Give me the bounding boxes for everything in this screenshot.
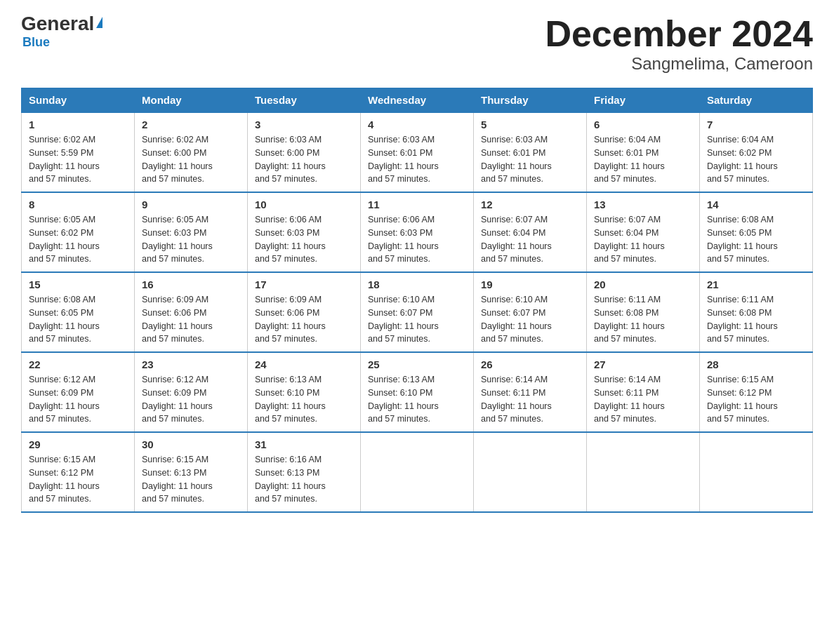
calendar-day-cell: 2 Sunrise: 6:02 AMSunset: 6:00 PMDayligh… xyxy=(135,112,248,192)
calendar-day-cell: 29 Sunrise: 6:15 AMSunset: 6:12 PMDaylig… xyxy=(22,432,135,512)
day-number: 19 xyxy=(481,279,579,290)
day-info: Sunrise: 6:07 AMSunset: 6:04 PMDaylight:… xyxy=(594,215,665,264)
day-info: Sunrise: 6:10 AMSunset: 6:07 PMDaylight:… xyxy=(368,295,439,344)
calendar-day-cell xyxy=(474,432,587,512)
day-info: Sunrise: 6:03 AMSunset: 6:01 PMDaylight:… xyxy=(368,135,439,184)
day-number: 3 xyxy=(255,119,353,130)
day-number: 24 xyxy=(255,358,353,370)
day-number: 18 xyxy=(368,279,466,290)
day-number: 16 xyxy=(142,279,240,290)
calendar-day-cell xyxy=(587,432,700,512)
calendar-day-cell: 6 Sunrise: 6:04 AMSunset: 6:01 PMDayligh… xyxy=(587,112,700,192)
logo-blue: Blue xyxy=(21,35,50,50)
calendar-day-cell: 4 Sunrise: 6:03 AMSunset: 6:01 PMDayligh… xyxy=(361,112,474,192)
day-info: Sunrise: 6:08 AMSunset: 6:05 PMDaylight:… xyxy=(707,215,778,264)
calendar-day-cell: 22 Sunrise: 6:12 AMSunset: 6:09 PMDaylig… xyxy=(22,352,135,432)
day-info: Sunrise: 6:10 AMSunset: 6:07 PMDaylight:… xyxy=(481,295,552,344)
day-info: Sunrise: 6:09 AMSunset: 6:06 PMDaylight:… xyxy=(142,295,213,344)
calendar-day-cell xyxy=(361,432,474,512)
calendar-day-cell: 11 Sunrise: 6:06 AMSunset: 6:03 PMDaylig… xyxy=(361,192,474,272)
title-block: December 2024 Sangmelima, Cameroon xyxy=(545,14,813,74)
calendar-day-cell: 19 Sunrise: 6:10 AMSunset: 6:07 PMDaylig… xyxy=(474,272,587,352)
day-info: Sunrise: 6:05 AMSunset: 6:03 PMDaylight:… xyxy=(142,215,213,264)
calendar-day-cell xyxy=(700,432,813,512)
day-number: 11 xyxy=(368,199,466,210)
calendar-day-cell: 10 Sunrise: 6:06 AMSunset: 6:03 PMDaylig… xyxy=(248,192,361,272)
day-info: Sunrise: 6:06 AMSunset: 6:03 PMDaylight:… xyxy=(368,215,439,264)
day-info: Sunrise: 6:03 AMSunset: 6:01 PMDaylight:… xyxy=(481,135,552,184)
day-number: 23 xyxy=(142,358,240,370)
day-number: 22 xyxy=(29,358,127,370)
header-friday: Friday xyxy=(587,88,700,113)
calendar-subtitle: Sangmelima, Cameroon xyxy=(545,54,813,74)
day-number: 7 xyxy=(707,119,805,130)
day-number: 5 xyxy=(481,119,579,130)
calendar-day-cell: 14 Sunrise: 6:08 AMSunset: 6:05 PMDaylig… xyxy=(700,192,813,272)
day-info: Sunrise: 6:15 AMSunset: 6:12 PMDaylight:… xyxy=(707,375,778,424)
day-number: 6 xyxy=(594,119,692,130)
calendar-day-cell: 9 Sunrise: 6:05 AMSunset: 6:03 PMDayligh… xyxy=(135,192,248,272)
day-number: 10 xyxy=(255,199,353,210)
calendar-week-row: 22 Sunrise: 6:12 AMSunset: 6:09 PMDaylig… xyxy=(22,352,813,432)
day-number: 12 xyxy=(481,199,579,210)
day-info: Sunrise: 6:06 AMSunset: 6:03 PMDaylight:… xyxy=(255,215,326,264)
calendar-day-cell: 17 Sunrise: 6:09 AMSunset: 6:06 PMDaylig… xyxy=(248,272,361,352)
day-info: Sunrise: 6:13 AMSunset: 6:10 PMDaylight:… xyxy=(255,375,326,424)
day-info: Sunrise: 6:12 AMSunset: 6:09 PMDaylight:… xyxy=(29,375,100,424)
day-number: 29 xyxy=(29,438,127,450)
day-info: Sunrise: 6:15 AMSunset: 6:13 PMDaylight:… xyxy=(142,455,213,504)
day-info: Sunrise: 6:04 AMSunset: 6:02 PMDaylight:… xyxy=(707,135,778,184)
day-info: Sunrise: 6:15 AMSunset: 6:12 PMDaylight:… xyxy=(29,455,100,504)
day-number: 14 xyxy=(707,199,805,210)
calendar-title: December 2024 xyxy=(545,14,813,54)
day-number: 26 xyxy=(481,358,579,370)
day-info: Sunrise: 6:02 AMSunset: 6:00 PMDaylight:… xyxy=(142,135,213,184)
day-info: Sunrise: 6:02 AMSunset: 5:59 PMDaylight:… xyxy=(29,135,100,184)
header-monday: Monday xyxy=(135,88,248,113)
calendar-day-cell: 27 Sunrise: 6:14 AMSunset: 6:11 PMDaylig… xyxy=(587,352,700,432)
calendar-day-cell: 8 Sunrise: 6:05 AMSunset: 6:02 PMDayligh… xyxy=(22,192,135,272)
day-number: 15 xyxy=(29,279,127,290)
day-number: 9 xyxy=(142,199,240,210)
calendar-day-cell: 30 Sunrise: 6:15 AMSunset: 6:13 PMDaylig… xyxy=(135,432,248,512)
logo: General Blue xyxy=(21,14,102,50)
day-info: Sunrise: 6:04 AMSunset: 6:01 PMDaylight:… xyxy=(594,135,665,184)
calendar-week-row: 1 Sunrise: 6:02 AMSunset: 5:59 PMDayligh… xyxy=(22,112,813,192)
day-number: 17 xyxy=(255,279,353,290)
header-thursday: Thursday xyxy=(474,88,587,113)
day-number: 25 xyxy=(368,358,466,370)
day-info: Sunrise: 6:07 AMSunset: 6:04 PMDaylight:… xyxy=(481,215,552,264)
calendar-day-cell: 3 Sunrise: 6:03 AMSunset: 6:00 PMDayligh… xyxy=(248,112,361,192)
day-info: Sunrise: 6:12 AMSunset: 6:09 PMDaylight:… xyxy=(142,375,213,424)
day-number: 27 xyxy=(594,358,692,370)
calendar-week-row: 15 Sunrise: 6:08 AMSunset: 6:05 PMDaylig… xyxy=(22,272,813,352)
day-number: 13 xyxy=(594,199,692,210)
calendar-day-cell: 26 Sunrise: 6:14 AMSunset: 6:11 PMDaylig… xyxy=(474,352,587,432)
calendar-day-cell: 13 Sunrise: 6:07 AMSunset: 6:04 PMDaylig… xyxy=(587,192,700,272)
calendar-day-cell: 31 Sunrise: 6:16 AMSunset: 6:13 PMDaylig… xyxy=(248,432,361,512)
logo-general: General xyxy=(21,14,94,34)
day-number: 1 xyxy=(29,119,127,130)
calendar-day-cell: 20 Sunrise: 6:11 AMSunset: 6:08 PMDaylig… xyxy=(587,272,700,352)
day-number: 21 xyxy=(707,279,805,290)
header-sunday: Sunday xyxy=(22,88,135,113)
calendar-day-cell: 7 Sunrise: 6:04 AMSunset: 6:02 PMDayligh… xyxy=(700,112,813,192)
calendar-day-cell: 1 Sunrise: 6:02 AMSunset: 5:59 PMDayligh… xyxy=(22,112,135,192)
day-info: Sunrise: 6:03 AMSunset: 6:00 PMDaylight:… xyxy=(255,135,326,184)
day-info: Sunrise: 6:05 AMSunset: 6:02 PMDaylight:… xyxy=(29,215,100,264)
calendar-day-cell: 12 Sunrise: 6:07 AMSunset: 6:04 PMDaylig… xyxy=(474,192,587,272)
day-info: Sunrise: 6:08 AMSunset: 6:05 PMDaylight:… xyxy=(29,295,100,344)
day-info: Sunrise: 6:13 AMSunset: 6:10 PMDaylight:… xyxy=(368,375,439,424)
calendar-table: SundayMondayTuesdayWednesdayThursdayFrid… xyxy=(21,88,813,513)
day-number: 8 xyxy=(29,199,127,210)
calendar-day-cell: 23 Sunrise: 6:12 AMSunset: 6:09 PMDaylig… xyxy=(135,352,248,432)
calendar-week-row: 29 Sunrise: 6:15 AMSunset: 6:12 PMDaylig… xyxy=(22,432,813,512)
day-number: 20 xyxy=(594,279,692,290)
day-info: Sunrise: 6:16 AMSunset: 6:13 PMDaylight:… xyxy=(255,455,326,504)
header-row: SundayMondayTuesdayWednesdayThursdayFrid… xyxy=(22,88,813,113)
day-info: Sunrise: 6:11 AMSunset: 6:08 PMDaylight:… xyxy=(707,295,778,344)
day-number: 30 xyxy=(142,438,240,450)
calendar-week-row: 8 Sunrise: 6:05 AMSunset: 6:02 PMDayligh… xyxy=(22,192,813,272)
calendar-body: 1 Sunrise: 6:02 AMSunset: 5:59 PMDayligh… xyxy=(22,112,813,512)
header-tuesday: Tuesday xyxy=(248,88,361,113)
